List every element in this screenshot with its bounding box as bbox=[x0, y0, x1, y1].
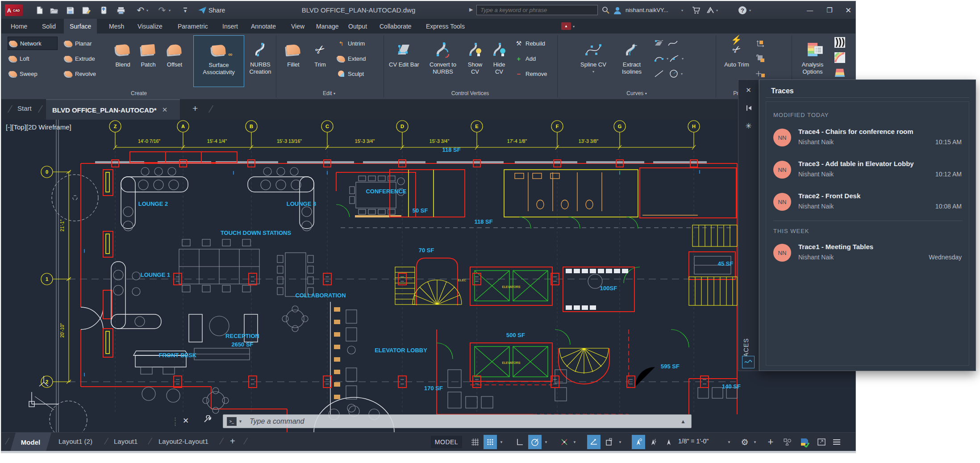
tracking-dropdown[interactable]: ▼ bbox=[573, 440, 576, 444]
autodesk-dropdown[interactable]: ▾ bbox=[715, 5, 719, 16]
extend-button[interactable]: Extend bbox=[335, 52, 384, 65]
trace-item[interactable]: NN Trace2 - Front Desk Nishant Naik 10:0… bbox=[773, 191, 963, 216]
workspace-dropdown[interactable]: ▼ bbox=[753, 440, 757, 444]
redo-dropdown[interactable]: ▾ bbox=[167, 5, 172, 16]
offset-button[interactable]: Offset bbox=[161, 35, 188, 87]
patch-button[interactable]: Patch bbox=[136, 35, 160, 87]
model-tab[interactable]: Model bbox=[10, 433, 51, 451]
cv-edit-bar-button[interactable]: CV Edit Bar bbox=[387, 35, 421, 87]
save-button[interactable] bbox=[65, 5, 75, 16]
ribbon-tab-home[interactable]: Home bbox=[5, 19, 33, 33]
autocad-logo-icon[interactable]: ACAD bbox=[5, 4, 23, 16]
project-to-2-points-button[interactable] bbox=[754, 67, 767, 80]
annotation-scale-button[interactable] bbox=[662, 435, 676, 449]
edit-panel-label[interactable]: Edit ▾ bbox=[278, 89, 380, 98]
ortho-mode-button[interactable] bbox=[513, 435, 526, 449]
osnap-dropdown[interactable]: ▼ bbox=[618, 440, 622, 444]
close-tab-icon[interactable]: ✕ bbox=[162, 106, 168, 114]
ribbon-tab-view[interactable]: View bbox=[285, 19, 310, 33]
annotation-visibility-button[interactable] bbox=[632, 435, 645, 449]
blend-button[interactable]: Blend bbox=[110, 35, 135, 87]
autodesk-account-button[interactable] bbox=[705, 5, 716, 16]
curve-blend-dropdown[interactable]: ▾ bbox=[682, 57, 684, 61]
ribbon-tab-insert[interactable]: Insert bbox=[217, 19, 244, 33]
ribbon-tab-annotate[interactable]: Annotate bbox=[245, 19, 282, 33]
help-dropdown[interactable]: ▾ bbox=[748, 5, 752, 16]
trim-button[interactable]: ✂ Trim bbox=[309, 35, 332, 87]
extract-isolines-button[interactable]: Extract Isolines bbox=[616, 35, 648, 87]
command-line[interactable]: >_ ▼ Type a command ▲ bbox=[223, 414, 692, 428]
save-as-button[interactable] bbox=[81, 5, 92, 16]
polar-dropdown[interactable]: ▼ bbox=[544, 440, 548, 444]
minimize-button[interactable]: — bbox=[803, 5, 817, 16]
line-tool-button[interactable] bbox=[652, 67, 666, 80]
control-vertices-panel-label[interactable]: Control Vertices bbox=[385, 89, 555, 98]
revolve-button[interactable]: Revolve bbox=[63, 67, 109, 80]
ribbon-display-toggle[interactable]: ▲ bbox=[561, 22, 571, 30]
network-button[interactable]: Network bbox=[8, 37, 58, 50]
ribbon-tab-manage[interactable]: Manage bbox=[310, 19, 345, 33]
create-panel-label[interactable]: Create bbox=[5, 89, 273, 98]
ribbon-tab-collaborate[interactable]: Collaborate bbox=[374, 19, 417, 33]
undo-button[interactable]: ↶ bbox=[135, 5, 146, 16]
share-button[interactable] bbox=[197, 5, 208, 16]
customization-menu-button[interactable] bbox=[830, 435, 843, 449]
palette-autohide-button[interactable] bbox=[738, 100, 759, 116]
command-input[interactable]: Type a command bbox=[250, 417, 680, 425]
start-tab[interactable]: Start bbox=[17, 104, 32, 112]
workspace-switching-button[interactable]: ⚙ bbox=[738, 435, 751, 449]
rebuild-button[interactable]: ⚒Rebuild bbox=[513, 37, 559, 50]
drawing-canvas[interactable]: [-][Top][2D Wireframe] bbox=[1, 120, 855, 432]
snap-dropdown[interactable]: ▼ bbox=[500, 440, 503, 444]
planar-button[interactable]: Planar bbox=[63, 37, 109, 50]
project-to-ucs-button[interactable] bbox=[754, 37, 767, 50]
circle-dropdown[interactable]: ▾ bbox=[681, 72, 683, 76]
spline-cv-button[interactable]: Spline CV ▾ bbox=[578, 35, 609, 87]
search-input[interactable] bbox=[476, 5, 598, 15]
command-prompt-icon[interactable]: >_ bbox=[227, 417, 237, 426]
isodraft-button[interactable] bbox=[587, 435, 601, 449]
polar-tracking-button[interactable] bbox=[528, 435, 542, 449]
extrude-button[interactable]: Extrude bbox=[63, 52, 109, 65]
model-space-button[interactable]: MODEL bbox=[431, 436, 462, 448]
hide-cv-button[interactable]: Hide CV bbox=[488, 35, 510, 87]
surface-associativity-button[interactable]: ∞ Surface Associativity bbox=[193, 35, 244, 87]
add-cv-button[interactable]: +Add bbox=[513, 52, 559, 65]
object-snap-button[interactable] bbox=[602, 435, 616, 449]
ribbon-tab-express-tools[interactable]: Express Tools bbox=[420, 19, 471, 33]
trace-toolbar-button[interactable] bbox=[742, 356, 755, 368]
remove-cv-button[interactable]: −Remove bbox=[513, 67, 559, 80]
nurbs-creation-button[interactable]: NURBS Creation bbox=[246, 35, 275, 87]
share-label[interactable]: Share bbox=[209, 7, 225, 14]
trace-item[interactable]: NN Trace1 - Meeting Tables Nishant Naik … bbox=[773, 242, 963, 267]
recent-commands-dropdown[interactable]: ▼ bbox=[238, 419, 242, 424]
close-button[interactable]: ✕ bbox=[842, 5, 855, 16]
curves-panel-label[interactable]: Curves ▾ bbox=[559, 89, 714, 98]
untrim-button[interactable]: ↰Untrim bbox=[335, 37, 384, 50]
traces-palette-tab[interactable]: TRACES bbox=[742, 317, 755, 388]
curve-blend-button[interactable]: ▾ bbox=[667, 52, 685, 65]
sweep-button[interactable]: Sweep bbox=[8, 67, 61, 80]
ribbon-tab-output[interactable]: Output bbox=[342, 19, 373, 33]
isolate-objects-button[interactable] bbox=[781, 435, 794, 449]
user-dropdown[interactable]: ▾ bbox=[680, 5, 684, 16]
ribbon-tab-visualize[interactable]: Visualize bbox=[132, 19, 168, 33]
open-button[interactable] bbox=[49, 5, 59, 16]
annotation-autoscale-button[interactable] bbox=[647, 435, 660, 449]
search-expand-arrow[interactable]: ▶ bbox=[469, 7, 473, 13]
scale-dropdown[interactable]: ▼ bbox=[727, 440, 731, 444]
draft-analysis-button[interactable] bbox=[833, 66, 847, 79]
undo-dropdown[interactable]: ▾ bbox=[145, 5, 150, 16]
viewport-controls[interactable]: [-][Top][2D Wireframe] bbox=[6, 123, 71, 131]
new-layout-button[interactable]: + bbox=[230, 436, 235, 446]
project-to-view-button[interactable] bbox=[754, 52, 767, 65]
command-bar-handle[interactable]: ⁞⁞ bbox=[175, 417, 178, 429]
circle-tool-button[interactable]: ▾ bbox=[667, 67, 684, 80]
layout2-layout1-tab[interactable]: Layout2-Layout1 bbox=[158, 438, 209, 445]
graphics-performance-button[interactable] bbox=[798, 435, 811, 449]
annotation-scale-value[interactable]: 1/8" = 1'-0" bbox=[678, 438, 709, 445]
loft-button[interactable]: Loft bbox=[8, 52, 61, 65]
zebra-analysis-button[interactable] bbox=[833, 36, 847, 49]
redo-button[interactable]: ↷ bbox=[157, 5, 167, 16]
ribbon-tab-mesh[interactable]: Mesh bbox=[103, 19, 130, 33]
